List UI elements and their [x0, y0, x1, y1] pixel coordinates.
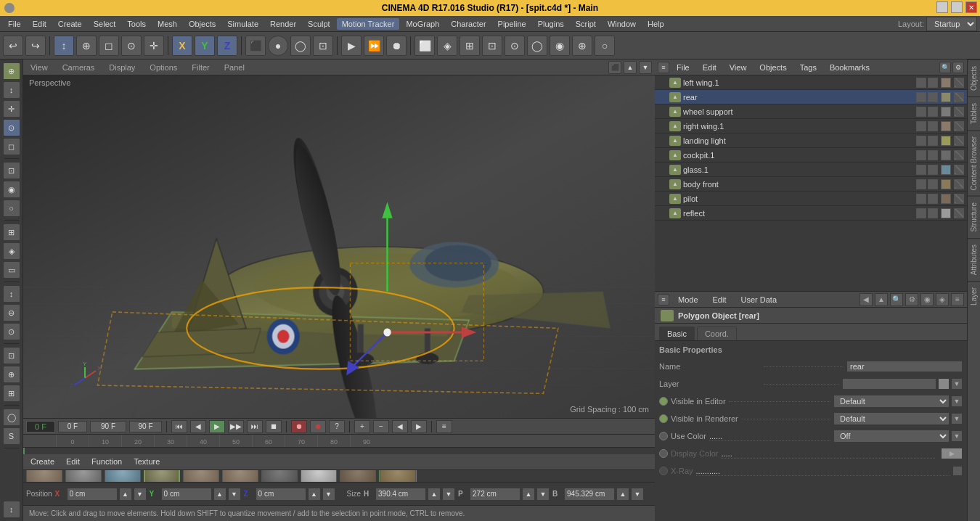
side-tab-content-browser[interactable]: Content Browser [968, 130, 980, 196]
obj-row-wheelsupport[interactable]: ▲ wheel support [655, 104, 967, 119]
attr-viseditor-radio[interactable] [659, 397, 668, 406]
material-wheel[interactable]: wheel si [65, 470, 102, 483]
attr-xray-checkbox[interactable] [952, 466, 963, 476]
z-pos-arrow-up[interactable]: ▲ [308, 488, 321, 501]
b-size-arrow-down[interactable]: ▼ [631, 488, 644, 501]
vp-config[interactable]: ▼ [639, 61, 652, 74]
material-rear[interactable]: Rear [144, 470, 180, 483]
lt-tool9[interactable]: ⊙ [3, 323, 20, 340]
transform-tool[interactable]: ⊙ [121, 36, 142, 56]
y-axis[interactable]: Y [195, 36, 215, 56]
menu-edit[interactable]: Edit [28, 18, 52, 30]
attr-name-input[interactable] [846, 361, 963, 372]
vp-tab-display[interactable]: Display [105, 62, 139, 73]
obj-row-pilot[interactable]: ▲ pilot [655, 192, 967, 206]
obj-settings-icon[interactable]: ⚙ [952, 62, 964, 73]
obj-vis-bodyfront[interactable] [916, 179, 926, 189]
material-reflect[interactable]: reflect [301, 470, 337, 483]
lt-tool11[interactable]: ⊕ [3, 366, 20, 383]
attr-visrender-radio[interactable] [659, 414, 668, 423]
obj-render-pilot[interactable] [928, 194, 938, 204]
prev-key-button[interactable]: ◀ [392, 420, 408, 433]
material-obj[interactable]: ○ [595, 36, 615, 56]
menu-character[interactable]: Character [446, 18, 491, 30]
attr-mode-menu[interactable]: Mode [672, 294, 704, 305]
obj-row-bodyfront[interactable]: ▲ body front [655, 177, 967, 192]
layout-select[interactable]: Startup [926, 17, 977, 31]
b-size-arrow-up[interactable]: ▲ [616, 488, 629, 501]
go-start-button[interactable]: ⏮ [171, 420, 187, 433]
mat-edit[interactable]: Edit [62, 456, 84, 467]
obj-vis-reflect[interactable] [916, 208, 926, 218]
attr-pin-button[interactable]: ◉ [920, 293, 934, 306]
vp-tab-options[interactable]: Options [145, 62, 181, 73]
vp-tab-filter[interactable]: Filter [187, 62, 213, 73]
object-mode[interactable]: ⬛ [245, 36, 266, 56]
menu-create[interactable]: Create [53, 18, 87, 30]
obj-row-rightwing[interactable]: ▲ right wing.1 [655, 119, 967, 134]
attr-dispcolor-swatch[interactable]: ▶ [941, 448, 963, 459]
menu-sculpt[interactable]: Sculpt [303, 18, 335, 30]
y-pos-arrow-up[interactable]: ▲ [213, 488, 226, 501]
point-mode[interactable]: ● [268, 36, 288, 56]
side-tab-layer[interactable]: Layer [968, 281, 980, 311]
menu-help[interactable]: Help [642, 18, 669, 30]
minimize-button[interactable]: ─ [936, 1, 948, 13]
x-pos-arrow-up[interactable]: ▲ [119, 488, 132, 501]
lt-scale[interactable]: ✛ [3, 100, 20, 118]
floor-obj[interactable]: ◉ [550, 36, 570, 56]
lt-tool2[interactable]: ◉ [3, 181, 20, 198]
mat-texture[interactable]: Texture [129, 456, 164, 467]
side-tab-structure[interactable]: Structure [968, 196, 980, 238]
attr-visrender-arrow[interactable]: ▼ [951, 413, 963, 424]
fps-input[interactable] [129, 421, 162, 432]
mat-function[interactable]: Function [87, 456, 126, 467]
attr-tab-basic[interactable]: Basic [659, 327, 695, 340]
menu-select[interactable]: Select [89, 18, 121, 30]
lt-tool13[interactable]: ◯ [3, 409, 20, 426]
timeline-tracks[interactable] [23, 448, 655, 454]
attr-up-button[interactable]: ▲ [875, 293, 888, 306]
obj-render-reflect[interactable] [928, 208, 938, 218]
obj-view-menu[interactable]: View [724, 62, 753, 73]
p-size-input[interactable] [470, 488, 520, 501]
obj-vis-rightwing[interactable] [916, 121, 926, 131]
lt-tool7[interactable]: ↕ [3, 285, 20, 303]
obj-render-landinglight[interactable] [928, 136, 938, 146]
obj-objects-menu[interactable]: Objects [754, 62, 792, 73]
attr-dispcolor-radio[interactable] [659, 449, 668, 458]
material-bodyfront[interactable]: Body Fr [379, 470, 417, 483]
edge-mode[interactable]: ◯ [290, 36, 311, 56]
obj-render-glass[interactable] [928, 165, 938, 175]
attr-edit-menu[interactable]: Edit [707, 294, 732, 305]
lt-poly[interactable]: ◻ [3, 138, 20, 155]
obj-file-menu[interactable]: File [671, 62, 695, 73]
record-button[interactable]: ⏺ [291, 420, 307, 433]
attr-tab-coord[interactable]: Coord. [697, 327, 737, 340]
attr-viseditor-select[interactable]: Default On Off [833, 395, 950, 408]
obj-render-rightwing[interactable] [928, 121, 938, 131]
menu-simulate[interactable]: Simulate [222, 18, 264, 30]
attr-visrender-select[interactable]: Default On Off [833, 412, 950, 425]
lt-tool8[interactable]: ⊖ [3, 304, 20, 321]
x-pos-input[interactable] [67, 488, 118, 501]
obj-render-leftwing[interactable] [928, 78, 938, 88]
lt-select[interactable]: ⊕ [3, 62, 20, 80]
attr-userdata-menu[interactable]: User Data [735, 294, 783, 305]
obj-edit-menu[interactable]: Edit [697, 62, 722, 73]
scale-tool[interactable]: ⊕ [76, 36, 97, 56]
obj-vis-rear[interactable] [916, 92, 926, 102]
next-key-button[interactable]: ▶ [411, 420, 427, 433]
side-tab-objects[interactable]: Objects [968, 60, 980, 97]
z-pos-arrow-down[interactable]: ▼ [322, 488, 335, 501]
material-cockpit[interactable]: Cockpit [261, 470, 298, 483]
camera-obj[interactable]: ⊙ [505, 36, 525, 56]
obj-row-landinglight[interactable]: ▲ landing light [655, 134, 967, 148]
obj-tags-menu[interactable]: Tags [794, 62, 822, 73]
menu-mograph[interactable]: MoGraph [401, 18, 444, 30]
obj-row-cockpit[interactable]: ▲ cockpit.1 [655, 148, 967, 163]
menu-objects[interactable]: Objects [184, 18, 221, 30]
vp-tab-view[interactable]: View [26, 62, 52, 73]
menu-window[interactable]: Window [603, 18, 641, 30]
add-keyframe-button[interactable]: + [354, 420, 370, 433]
